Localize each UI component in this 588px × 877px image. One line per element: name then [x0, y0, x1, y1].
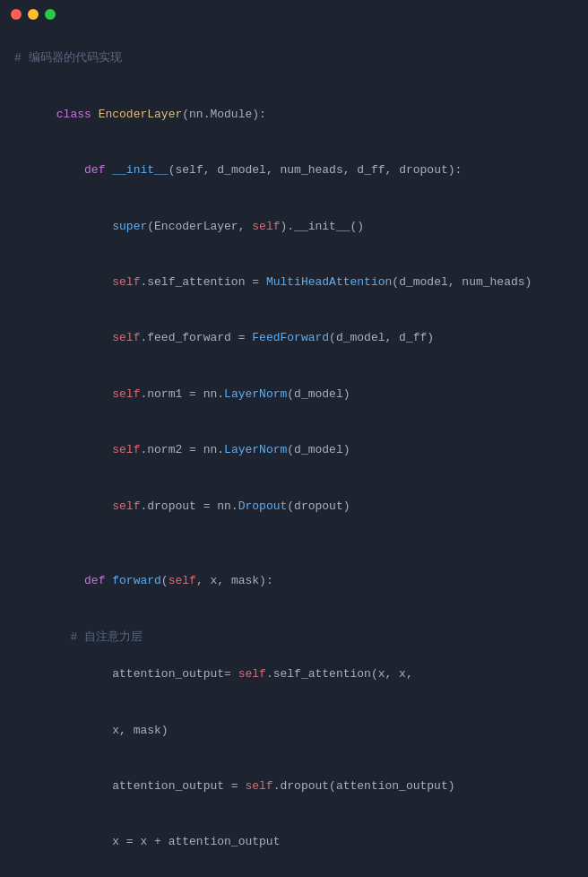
code-dropout: self.dropout = nn.Dropout(dropout) [0, 479, 588, 534]
code-feed-forward: self.feed_forward = FeedForward(d_model,… [0, 311, 588, 367]
dot-yellow [28, 9, 39, 20]
code-x-norm1: x = self.norm1(x) [0, 871, 588, 877]
code-norm2: self.norm2 = nn.LayerNorm(d_model) [0, 422, 588, 478]
code-comment-encoder: # 编码器的代码实现 [0, 49, 588, 68]
code-attn-dropout: attention_output = self.dropout(attentio… [0, 759, 588, 814]
code-norm1: self.norm1 = nn.LayerNorm(d_model) [0, 367, 588, 422]
code-self-attention: self.self_attention = MultiHeadAttention… [0, 255, 588, 310]
code-comment-self-attn: # 自注意力层 [0, 629, 588, 647]
title-bar [0, 0, 588, 27]
code-forward-def: def forward(self, x, mask): [0, 553, 588, 609]
code-class-def: class EncoderLayer(nn.Module): [0, 87, 588, 143]
code-super: super(EncoderLayer, self).__init__() [0, 199, 588, 255]
code-init-def: def __init__(self, d_model, num_heads, d… [0, 143, 588, 198]
code-x-plus-attn: x = x + attention_output [0, 815, 588, 871]
code-attn-output1: attention_output= self.self_attention(x,… [0, 647, 588, 703]
dot-green [45, 9, 56, 20]
code-attn-output2: x, mask) [0, 703, 588, 759]
dot-red [11, 9, 22, 20]
code-area: # 编码器的代码实现 class EncoderLayer(nn.Module)… [0, 27, 588, 877]
